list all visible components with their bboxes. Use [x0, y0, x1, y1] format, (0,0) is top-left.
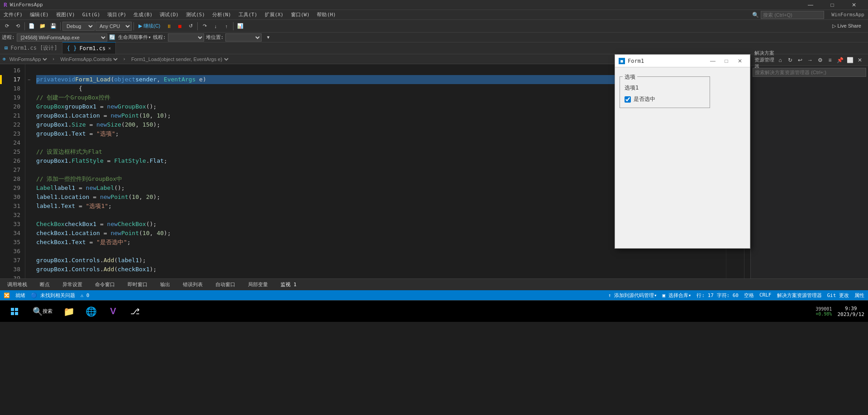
bottom-tab-auto[interactable]: 自动窗口: [212, 279, 239, 291]
step-over-button[interactable]: ↷: [200, 21, 210, 31]
step-into-button[interactable]: ↓: [210, 21, 220, 31]
bottom-tab-breakpoints[interactable]: 断点: [36, 279, 53, 291]
bottom-tab-exceptions[interactable]: 异常设置: [59, 279, 86, 291]
side-panel-controls: ⌂ ↻ ↩ → ⚙ ≡ 📌 ⬜ ✕: [776, 56, 864, 65]
select-merge-button[interactable]: ▣ 选择合库▾: [663, 292, 692, 299]
side-settings-button[interactable]: ⚙: [816, 56, 825, 65]
menu-item-edit[interactable]: 编辑(E): [26, 10, 52, 20]
cpu-target-dropdown[interactable]: Any CPU x86 x64: [95, 22, 132, 31]
bottom-tab-locals[interactable]: 局部变量: [244, 279, 272, 291]
side-refresh-button[interactable]: ↻: [786, 56, 795, 65]
toolbar-separator-1: [24, 22, 25, 30]
solution-search-input[interactable]: [753, 68, 866, 77]
menu-bar: 文件(F) 编辑(E) 视图(V) Git(G) 项目(P) 生成(B) 调试(…: [0, 10, 868, 20]
continue-button[interactable]: ▶ 继续(C): [136, 21, 163, 31]
form-code-icon: { }: [67, 45, 77, 52]
redo-button[interactable]: ⟲: [13, 21, 23, 31]
menu-item-git[interactable]: Git(G): [79, 10, 104, 20]
status-encoding: CRLF: [759, 292, 772, 299]
bottom-panel-tabs: 调用堆栈 断点 异常设置 命令窗口 即时窗口 输出 错误列表 自动窗口 局部变量…: [0, 278, 868, 290]
collapse-gutter: −: [25, 64, 33, 278]
location-expand[interactable]: ▾: [263, 33, 273, 42]
stop-button[interactable]: ⏹: [175, 21, 185, 31]
menu-item-test[interactable]: 测试(S): [182, 10, 209, 20]
side-next-button[interactable]: →: [806, 56, 815, 65]
side-home-button[interactable]: ⌂: [776, 56, 785, 65]
taskbar-right-area: 399001 +0.98% 9:39 2023/9/12: [814, 306, 864, 317]
start-button[interactable]: [4, 301, 25, 322]
side-search-area: [751, 66, 868, 79]
maximize-button[interactable]: □: [822, 0, 843, 10]
bottom-tab-errors[interactable]: 错误列表: [179, 279, 206, 291]
form-minimize-button[interactable]: —: [706, 56, 719, 66]
tab-form1-design-label: Form1.cs [设计]: [10, 44, 57, 52]
menu-item-file[interactable]: 文件(F): [0, 10, 26, 20]
live-share-button[interactable]: ▷ Live Share: [831, 21, 863, 31]
bottom-tab-callstack[interactable]: 调用堆栈: [4, 279, 31, 291]
form-preview-title: Form1: [628, 58, 704, 64]
menu-item-analyze[interactable]: 分析(N): [209, 10, 235, 20]
bottom-tab-output[interactable]: 输出: [157, 279, 174, 291]
minimize-button[interactable]: —: [800, 0, 821, 10]
side-panel-pin[interactable]: 📌: [835, 56, 844, 65]
process-selector[interactable]: [24568] WinFormsApp.exe: [17, 33, 107, 42]
properties-link[interactable]: 属性: [854, 292, 864, 299]
menu-item-window[interactable]: 窗口(W): [287, 10, 314, 20]
restart-button[interactable]: ↺: [186, 21, 196, 31]
debug-mode-dropdown[interactable]: Debug Release: [62, 22, 95, 31]
taskbar-edge-button[interactable]: 🌐: [82, 302, 100, 321]
new-file-button[interactable]: 📄: [27, 21, 37, 31]
side-panel-float[interactable]: ⬜: [845, 56, 854, 65]
menu-search-input[interactable]: [761, 11, 824, 19]
solution-explorer-panel: 解决方案资源管理器 ⌂ ↻ ↩ → ⚙ ≡ 📌 ⬜ ✕: [750, 54, 868, 278]
close-button[interactable]: ✕: [844, 0, 864, 10]
menu-item-project[interactable]: 项目(P): [104, 10, 130, 20]
thread-label: 线程:: [153, 34, 166, 41]
save-button[interactable]: 💾: [48, 21, 58, 31]
edge-icon: 🌐: [86, 306, 97, 317]
git-changes-link[interactable]: Git 更改: [827, 292, 849, 299]
side-panel-close[interactable]: ✕: [855, 56, 864, 65]
solution-explorer-content: [751, 79, 868, 278]
form-checkbox-input[interactable]: [625, 96, 631, 103]
menu-item-extensions[interactable]: 扩展(X): [261, 10, 287, 20]
menu-item-debug[interactable]: 调试(D): [156, 10, 182, 20]
thread-selector[interactable]: [168, 33, 204, 42]
menu-item-build[interactable]: 生成(B): [130, 10, 156, 20]
debug-bar: 进程: [24568] WinFormsApp.exe 🔄 生命周期事件▾ 线程…: [0, 33, 868, 42]
code-line-38: groupBox1.Controls.Add(checkBox1);: [36, 265, 722, 274]
debug-arrow-indicator: [0, 75, 2, 84]
add-to-source-button[interactable]: ↑ 添加到源代码管理▾: [608, 292, 657, 299]
step-out-button[interactable]: ↑: [221, 21, 231, 31]
diagnostics-button[interactable]: 📊: [235, 21, 245, 31]
location-selector[interactable]: [225, 33, 262, 42]
taskbar-explorer-button[interactable]: 📁: [60, 302, 78, 321]
tab-form1-design[interactable]: ⊞ Form1.cs [设计]: [0, 42, 62, 54]
undo-button[interactable]: ⟳: [2, 21, 12, 31]
continue-label: 继续(C): [143, 23, 160, 29]
menu-item-tools[interactable]: 工具(T): [235, 10, 261, 20]
bottom-tab-watch[interactable]: 监视 1: [277, 279, 300, 291]
bottom-tab-immediate[interactable]: 即时窗口: [124, 279, 151, 291]
form-close-button[interactable]: ✕: [734, 56, 746, 66]
collapse-icon[interactable]: −: [28, 77, 30, 82]
side-filter-button[interactable]: ≡: [825, 56, 835, 65]
bottom-tab-command[interactable]: 命令窗口: [91, 279, 119, 291]
solution-explorer-link[interactable]: 解决方案资源管理器: [777, 292, 822, 299]
method-selector[interactable]: Form1_Load(object sender, EventArgs e): [129, 56, 230, 62]
open-button[interactable]: 📁: [38, 21, 48, 31]
pause-button[interactable]: ⏸: [164, 21, 174, 31]
menu-item-help[interactable]: 帮助(H): [313, 10, 339, 20]
stock-number: 399001: [816, 307, 832, 311]
class-selector[interactable]: WinFormsApp.Controls: [58, 56, 119, 62]
side-undo-button[interactable]: ↩: [796, 56, 805, 65]
taskbar-search-button[interactable]: 🔍 搜索: [29, 302, 56, 321]
menu-item-view[interactable]: 视图(V): [52, 10, 79, 20]
tab-form1-code[interactable]: { } Form1.cs ✕: [62, 42, 116, 54]
namespace-selector[interactable]: WinFormsApp: [8, 56, 48, 62]
window-title: WinFormsApp: [10, 2, 43, 8]
taskbar-vs-button[interactable]: V: [104, 302, 122, 321]
taskbar-git-button[interactable]: ⎇: [126, 302, 144, 321]
tab-close-button[interactable]: ✕: [108, 46, 111, 51]
form-maximize-button[interactable]: □: [720, 56, 733, 66]
